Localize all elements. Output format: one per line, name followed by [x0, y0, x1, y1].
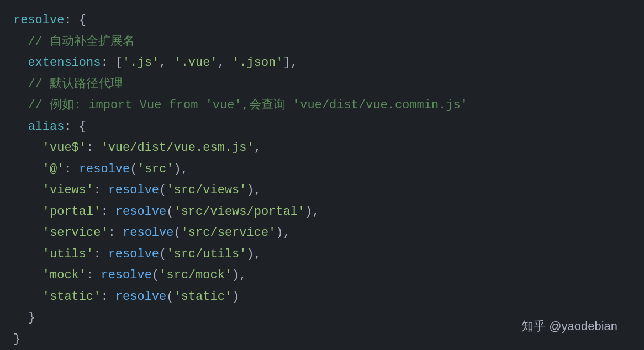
code-token: [13, 56, 28, 70]
code-block: resolve: { // 自动补全扩展名 extensions: ['.js'…: [13, 10, 631, 350]
code-token: resolve: [115, 205, 166, 219]
code-line: extensions: ['.js', '.vue', '.json'],: [13, 52, 631, 74]
code-token: 'utils': [43, 247, 93, 261]
code-line: 'mock': resolve('src/mock'),: [13, 265, 631, 287]
code-token: resolve: [101, 268, 151, 282]
code-token: :: [93, 183, 108, 197]
code-token: : [: [101, 56, 123, 70]
code-token: ),: [305, 205, 319, 219]
code-line: 'service': resolve('src/service'),: [13, 222, 631, 244]
code-line: '@': resolve('src'),: [13, 159, 631, 181]
code-line: 'portal': resolve('src/views/portal'),: [13, 201, 631, 223]
code-token: resolve: [108, 247, 159, 261]
code-token: '@': [43, 162, 65, 176]
code-line: 'views': resolve('src/views'),: [13, 180, 631, 201]
code-token: 'src/views': [166, 183, 246, 197]
code-token: [13, 226, 43, 240]
code-token: :: [93, 247, 108, 261]
code-token: :: [86, 141, 101, 155]
code-token: ,: [159, 56, 173, 70]
code-line: resolve: {: [13, 10, 631, 31]
code-token: [13, 120, 28, 134]
code-token: ),: [232, 268, 246, 282]
code-token: alias: [28, 120, 64, 134]
code-token: // 自动补全扩展名: [13, 35, 135, 49]
code-line: 'utils': resolve('src/utils'),: [13, 244, 631, 266]
code-token: (: [173, 226, 181, 240]
code-token: [13, 247, 43, 261]
code-token: '.js': [123, 56, 159, 70]
code-token: 'src': [137, 162, 173, 176]
code-token: [13, 205, 43, 219]
code-token: resolve: [115, 290, 166, 304]
code-token: :: [86, 268, 101, 282]
code-token: 'src/mock': [159, 268, 232, 282]
code-token: 'portal': [43, 205, 101, 219]
code-token: : {: [64, 13, 86, 27]
code-token: 'vue': [205, 98, 242, 112]
code-token: 'src/service': [181, 226, 276, 240]
code-token: 'service': [43, 226, 108, 240]
code-token: 'vue$': [43, 141, 86, 155]
code-token: }: [13, 332, 20, 346]
code-token: 'src/views/portal': [173, 205, 305, 219]
code-token: 'src/utils': [166, 247, 246, 261]
code-token: :: [108, 226, 123, 240]
code-token: 'static': [43, 290, 101, 304]
code-editor: resolve: { // 自动补全扩展名 extensions: ['.js'…: [0, 0, 644, 350]
code-line: 'vue$': 'vue/dist/vue.esm.js',: [13, 137, 631, 159]
code-token: extensions: [28, 56, 101, 70]
code-token: :: [101, 205, 115, 219]
code-token: resolve: [13, 13, 64, 27]
code-line: // 例如: import Vue from 'vue',会查询 'vue/di…: [13, 95, 631, 116]
code-token: }: [13, 311, 35, 325]
code-token: : {: [64, 120, 86, 134]
code-token: ],: [283, 56, 298, 70]
code-token: ),: [247, 247, 261, 261]
code-token: :: [64, 162, 78, 176]
code-token: // 默认路径代理: [13, 77, 123, 91]
code-token: // 例如: import Vue from: [13, 98, 205, 112]
code-line: alias: {: [13, 116, 631, 138]
code-token: (: [166, 290, 173, 304]
code-token: [13, 141, 43, 155]
code-token: (: [166, 205, 173, 219]
code-token: [13, 268, 43, 282]
code-token: (: [159, 183, 166, 197]
code-token: 'vue/dist/vue.commin.js': [293, 98, 468, 112]
code-token: [13, 162, 43, 176]
code-token: ): [232, 290, 239, 304]
code-token: '.vue': [173, 56, 217, 70]
code-token: 'vue/dist/vue.esm.js': [101, 141, 254, 155]
code-token: ,: [254, 141, 261, 155]
code-token: resolve: [79, 162, 130, 176]
watermark: 知乎 @yaodebian: [521, 318, 617, 335]
code-token: (: [130, 162, 137, 176]
code-token: ),: [173, 162, 188, 176]
code-token: ),: [276, 226, 290, 240]
code-token: (: [159, 247, 166, 261]
code-token: resolve: [123, 226, 173, 240]
code-token: ,会查询: [242, 98, 293, 112]
code-token: (: [152, 268, 159, 282]
code-line: // 自动补全扩展名: [13, 31, 631, 53]
code-token: ),: [247, 183, 261, 197]
code-line: // 默认路径代理: [13, 74, 631, 96]
code-token: '.json': [232, 56, 283, 70]
code-token: resolve: [108, 183, 159, 197]
code-line: 'static': resolve('static'): [13, 287, 631, 308]
code-token: 'static': [173, 290, 232, 304]
code-token: [13, 290, 43, 304]
code-token: :: [101, 290, 115, 304]
code-token: 'mock': [43, 268, 86, 282]
code-token: 'views': [43, 183, 93, 197]
code-token: [13, 183, 43, 197]
code-token: ,: [218, 56, 232, 70]
